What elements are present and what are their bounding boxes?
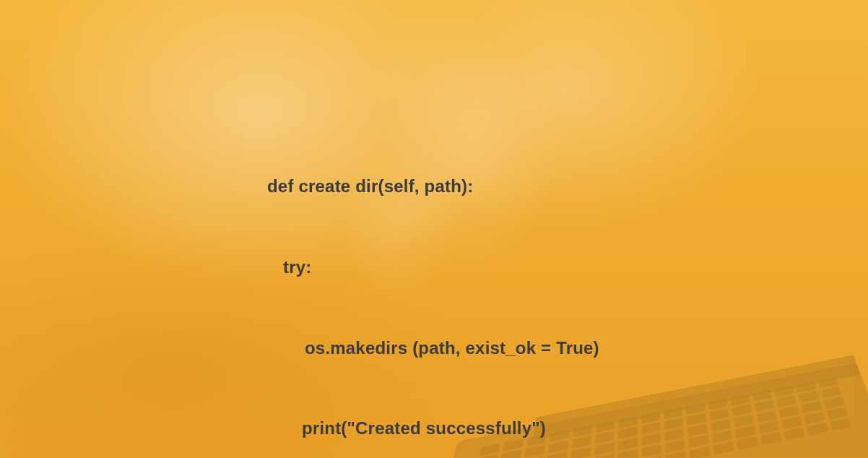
code-line-3: os.makedirs (path, exist_ok = True): [267, 334, 599, 361]
code-line-4: print("Created successfully"): [267, 415, 599, 441]
code-line-2: try:: [267, 254, 599, 280]
code-snippet: def create dir(self, path): try: os.make…: [267, 119, 599, 458]
code-line-1: def create dir(self, path):: [267, 173, 599, 199]
